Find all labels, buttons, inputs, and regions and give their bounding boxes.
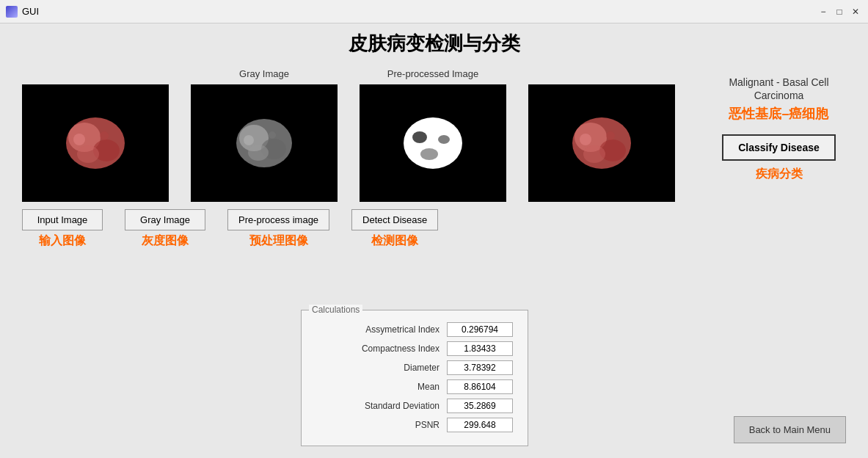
back-to-main-menu-button[interactable]: Back to Main Menu xyxy=(734,416,846,443)
calc-row-compactness: Compactness Index 1.83433 xyxy=(316,341,513,356)
result-english: Malignant - Basal Cell Carcinoma xyxy=(712,76,846,102)
svg-point-4 xyxy=(73,134,85,145)
main-content: 皮肤病变检测与分类 Gray Image xyxy=(0,23,868,458)
svg-point-9 xyxy=(248,145,269,161)
input-image-display xyxy=(22,84,169,202)
page-title: 皮肤病变检测与分类 xyxy=(15,31,853,57)
classify-disease-button[interactable]: Classify Disease xyxy=(722,134,836,161)
diameter-value: 3.78392 xyxy=(447,360,513,375)
title-bar-left: GUI xyxy=(6,6,39,18)
input-image-chinese: 输入图像 xyxy=(39,233,86,249)
title-bar-title: GUI xyxy=(22,6,39,17)
calc-row-diameter: Diameter 3.78392 xyxy=(316,360,513,375)
calc-row-mean: Mean 8.86104 xyxy=(316,379,513,394)
psnr-label: PSNR xyxy=(316,420,447,430)
svg-point-11 xyxy=(269,131,276,139)
minimize-button[interactable]: − xyxy=(817,5,830,18)
title-bar: GUI − □ ✕ xyxy=(0,0,868,23)
detected-image-display xyxy=(528,84,675,202)
detect-btn-group: Detect Disease 检测图像 xyxy=(351,209,438,249)
gray-image-display xyxy=(191,84,338,202)
gray-image-chinese: 灰度图像 xyxy=(142,233,189,249)
preprocess-image-button[interactable]: Pre-process image xyxy=(227,209,329,230)
gray-image-button[interactable]: Gray Image xyxy=(125,209,205,230)
preprocess-chinese: 预处理图像 xyxy=(249,233,308,249)
calc-row-psnr: PSNR 299.648 xyxy=(316,418,513,432)
detect-disease-button[interactable]: Detect Disease xyxy=(351,209,438,230)
input-image-container xyxy=(22,68,169,202)
detect-chinese: 检测图像 xyxy=(371,233,418,249)
svg-point-13 xyxy=(412,131,427,143)
app-icon xyxy=(6,6,18,18)
calc-row-asymmetrical: Assymetrical Index 0.296794 xyxy=(316,322,513,337)
title-bar-controls: − □ ✕ xyxy=(817,5,862,18)
gray-image-container: Gray Image xyxy=(191,68,338,202)
mean-value: 8.86104 xyxy=(447,379,513,394)
calc-row-stddev: Standard Deviation 35.2869 xyxy=(316,399,513,413)
calculations-title: Calculations xyxy=(309,305,362,315)
detected-image-container xyxy=(528,68,675,202)
preprocessed-image-container: Pre-processed Image xyxy=(360,68,506,202)
svg-point-3 xyxy=(77,145,99,163)
buttons-row: Input Image 输入图像 Gray Image 灰度图像 Pre-pro… xyxy=(15,209,853,249)
result-panel: Malignant - Basal Cell Carcinoma 恶性基底–癌细… xyxy=(712,68,846,182)
svg-point-14 xyxy=(438,135,450,144)
svg-point-5 xyxy=(100,131,109,140)
compactness-label: Compactness Index xyxy=(316,344,447,354)
stddev-value: 35.2869 xyxy=(447,399,513,413)
svg-point-19 xyxy=(583,145,605,163)
diameter-label: Diameter xyxy=(316,363,447,373)
preprocessed-image-display xyxy=(360,84,506,202)
svg-point-12 xyxy=(404,117,462,169)
input-image-button[interactable]: Input Image xyxy=(22,209,103,230)
stddev-label: Standard Deviation xyxy=(316,401,447,411)
mean-label: Mean xyxy=(316,382,447,392)
preprocess-btn-group: Pre-process image 预处理图像 xyxy=(227,209,329,249)
psnr-value: 299.648 xyxy=(447,418,513,432)
svg-point-21 xyxy=(606,131,615,140)
maximize-button[interactable]: □ xyxy=(833,5,846,18)
svg-point-10 xyxy=(244,135,254,145)
classify-chinese: 疾病分类 xyxy=(756,167,803,182)
preprocessed-image-label-top: Pre-processed Image xyxy=(387,68,478,81)
svg-point-20 xyxy=(580,134,591,145)
result-chinese: 恶性基底–癌细胞 xyxy=(729,105,828,123)
input-image-btn-group: Input Image 输入图像 xyxy=(22,209,103,249)
compactness-value: 1.83433 xyxy=(447,341,513,356)
close-button[interactable]: ✕ xyxy=(849,5,862,18)
asymmetrical-label: Assymetrical Index xyxy=(316,324,447,335)
gray-image-label-top: Gray Image xyxy=(239,68,289,81)
svg-point-15 xyxy=(420,148,438,160)
gray-image-btn-group: Gray Image 灰度图像 xyxy=(125,209,205,249)
calculations-panel: Calculations Assymetrical Index 0.296794… xyxy=(301,310,528,446)
asymmetrical-value: 0.296794 xyxy=(447,322,513,337)
images-row: Gray Image Pre-processed Image xyxy=(15,68,853,202)
